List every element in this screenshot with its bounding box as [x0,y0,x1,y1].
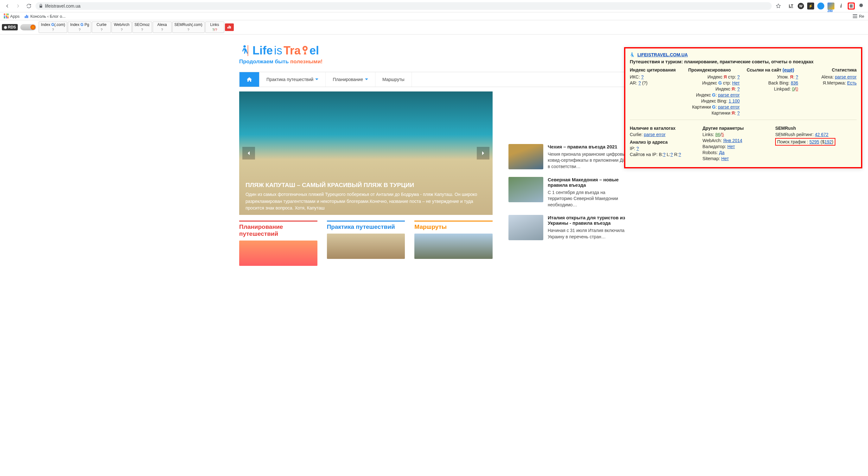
chart-icon [24,13,29,19]
overlay-site-link[interactable]: LIFEISTRAVEL.COM.UA [638,52,688,57]
rds-toggle[interactable] [20,24,36,30]
article-title: Чехия – правила въезда 2021 [548,144,629,149]
list-icon [852,13,858,19]
iks-value[interactable]: ? [641,74,644,79]
col-planning[interactable]: Планирование путешествий [239,220,317,266]
thumb [508,177,543,202]
col-stats: Статистика Alexa: parse error Я.Метрика:… [805,67,857,116]
webarch-val[interactable]: Янв 2014 [723,138,742,143]
tb-index-g-com[interactable]: Index G(.com)? [39,22,67,33]
apps-icon [4,13,9,19]
tb-links[interactable]: Links?/? [205,22,224,33]
page: LifeisTrael Продолжаем быть полезными! П… [0,34,868,272]
sidebar-article[interactable]: Италия открыта для туристов из Украины -… [508,215,629,240]
chevron-down-icon [315,78,318,80]
img-ya[interactable]: ? [737,110,740,115]
tb-webarch[interactable]: WebArch? [112,22,131,33]
rds-badge[interactable]: ◉RDS [2,24,18,30]
site-logo[interactable]: LifeisTrael [239,44,629,57]
article-title: Северная Македония – новые правила въезд… [548,177,629,188]
tb-alexa[interactable]: Alexa? [153,22,172,33]
tb-curlie[interactable]: Curlie? [92,22,111,33]
idx-g-str[interactable]: Нет [732,80,740,86]
home-icon [246,77,252,82]
curlie-val[interactable]: parse error [644,132,665,137]
address-bar[interactable]: lifeistravel.com.ua [35,2,772,10]
idx-bing[interactable]: 1 100 [728,98,740,103]
sem-rank[interactable]: 42 672 [815,132,828,137]
apps-button[interactable]: Apps [4,13,20,19]
idx-g[interactable]: parse error [718,93,740,98]
tagline: Продолжаем быть полезными! [239,59,629,65]
forward-button[interactable] [14,2,22,10]
hero-caption: ПЛЯЖ КАПУТАШ – САМЫЙ КРАСИВЫЙ ПЛЯЖ В ТУР… [246,182,486,212]
svg-point-12 [304,47,306,49]
sem-traffic[interactable]: 5295 [809,139,819,144]
reading-list-label: Re [859,14,864,19]
mentions-ya[interactable]: ? [796,74,798,79]
alexa-val[interactable]: parse error [835,74,857,79]
svg-rect-3 [853,14,857,15]
back-button[interactable] [3,2,11,10]
ip-val[interactable]: ? [637,146,639,151]
linkpad-b[interactable]: 0 [796,87,798,92]
star-button[interactable] [774,2,782,10]
tb-index-g-pg[interactable]: Index G Pg? [68,22,91,33]
sem-cost[interactable]: 192 [824,139,832,144]
reading-list-button[interactable]: Re [852,13,864,19]
browser-toolbar: lifeistravel.com.ua LT W ⚡ i [0,0,868,12]
sidebar-article[interactable]: Чехия – правила въезда 2021Чехия признал… [508,144,629,170]
tb-seomoz[interactable]: SEOmoz? [132,22,152,33]
ext-globe-icon[interactable] [817,3,824,9]
metrika-val[interactable]: Есть [847,80,857,86]
robots-val[interactable]: Да [719,150,724,155]
reload-button[interactable] [25,2,33,10]
category-columns: Планирование путешествий Практика путеше… [239,220,493,266]
col-citation: Индекс цитирования ИКС: ? AR: ? (?) [630,67,681,116]
ext-puzzle-icon[interactable] [858,3,865,9]
back-bing[interactable]: 836 [791,80,798,86]
ext-w-icon[interactable]: W [798,3,804,9]
chevron-left-icon [246,151,251,156]
col-heading: Индекс цитирования [630,67,681,72]
col-practice[interactable]: Практика путешествий [327,220,405,266]
sidebar-article[interactable]: Северная Македония – новые правила въезд… [508,177,629,208]
pin-icon [302,45,308,56]
ext-rds-icon[interactable] [848,3,855,9]
svg-rect-10 [248,45,248,56]
carousel-prev[interactable] [242,147,255,160]
ext-info-icon[interactable]: i [838,3,844,9]
sitemap-val[interactable]: Нет [721,156,729,161]
ext-lt-icon[interactable]: LT [787,3,795,9]
tb-chart[interactable] [225,24,234,31]
col-links: Ссылки на сайт (ещё) Упом. Я: ? Back Bin… [747,67,798,116]
bookmark-konsol[interactable]: Консоль ‹ Блог о... [24,13,66,19]
col-routes[interactable]: Маршруты [414,220,493,266]
col-heading: Ссылки на сайт (ещё) [747,67,798,72]
bookmark-label: Консоль ‹ Блог о... [30,14,66,19]
validator-val[interactable]: Нет [727,144,735,149]
img-g[interactable]: parse error [718,104,740,109]
article-text: Начиная с 31 июля Италия включила Украин… [548,228,629,240]
overlay-title: Путешествия и туризм: планирование, прак… [630,59,857,64]
idx-ya-str[interactable]: ? [737,74,740,79]
col-semrush: SEMRush SEMRush рейтинг: 42 672 Поиск.тр… [775,123,857,162]
links-a[interactable]: 86 [715,132,720,137]
linkpad-a[interactable]: 0 [792,87,795,92]
nav-practice[interactable]: Практика путешествий [259,72,326,87]
col-other: Другие параметры Links: 86/5 WebArch: Ян… [703,123,765,162]
links-more[interactable]: (ещё) [782,67,794,72]
ar-value[interactable]: ? [638,80,641,86]
carousel-next[interactable] [477,147,490,160]
bookmarks-bar: Apps Консоль ‹ Блог о... Re [0,12,868,20]
idx-ya[interactable]: ? [737,87,740,92]
svg-point-9 [243,45,246,48]
links-b[interactable]: 5 [722,132,724,137]
nav-home[interactable] [240,72,259,87]
nav-planning[interactable]: Планирование [326,72,375,87]
ext-bolt-icon[interactable]: ⚡ [807,3,814,9]
nav-routes[interactable]: Маршруты [375,72,412,87]
ext-280-icon[interactable] [828,3,834,9]
tb-semrush[interactable]: SEMRush(.com)? [172,22,205,33]
col-img [327,234,405,259]
